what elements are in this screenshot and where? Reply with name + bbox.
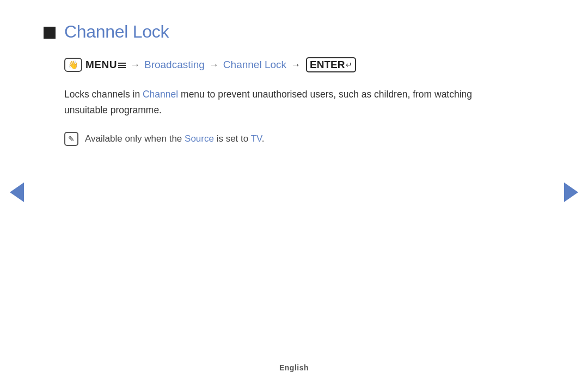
- main-content: Channel Lock 👋 MENU → Broadcasting → Cha…: [0, 0, 588, 146]
- note-row: ✎ Available only when the Source is set …: [64, 131, 544, 146]
- note-text-middle: is set to: [214, 133, 251, 144]
- pencil-icon: ✎: [68, 135, 75, 143]
- note-text: Available only when the Source is set to…: [85, 131, 265, 146]
- breadcrumb-menu-label: MENU: [85, 59, 126, 71]
- channel-link: Channel: [143, 89, 178, 100]
- enter-return-icon: ↵: [346, 60, 352, 69]
- note-text-before: Available only when the: [85, 133, 185, 144]
- breadcrumb: 👋 MENU → Broadcasting → Channel Lock → E…: [64, 57, 544, 72]
- menu-icon: 👋: [64, 58, 82, 72]
- tv-link: TV: [251, 133, 262, 144]
- left-arrow-icon: [10, 182, 24, 202]
- title-square-icon: [44, 27, 56, 39]
- title-row: Channel Lock: [44, 22, 544, 42]
- breadcrumb-arrow-3: →: [291, 59, 301, 71]
- nav-right-button[interactable]: [564, 182, 578, 202]
- desc-text-before: Locks channels in: [64, 89, 143, 100]
- breadcrumb-broadcasting: Broadcasting: [144, 59, 205, 71]
- description-text: Locks channels in Channel menu to preven…: [64, 87, 511, 118]
- source-link: Source: [185, 133, 214, 144]
- enter-icon: ENTER↵: [306, 57, 356, 72]
- page-title: Channel Lock: [64, 22, 169, 42]
- note-icon: ✎: [64, 132, 78, 146]
- note-text-end: .: [262, 133, 265, 144]
- enter-label: ENTER: [310, 59, 345, 71]
- breadcrumb-arrow-1: →: [130, 59, 140, 71]
- right-arrow-icon: [564, 182, 578, 202]
- description-block: Locks channels in Channel menu to preven…: [64, 87, 544, 118]
- footer-language: English: [279, 363, 309, 372]
- breadcrumb-arrow-2: →: [209, 59, 219, 71]
- nav-left-button[interactable]: [10, 182, 24, 202]
- hand-icon: 👋: [68, 60, 78, 70]
- menu-lines-icon: [118, 63, 126, 68]
- breadcrumb-channel-lock: Channel Lock: [223, 59, 286, 71]
